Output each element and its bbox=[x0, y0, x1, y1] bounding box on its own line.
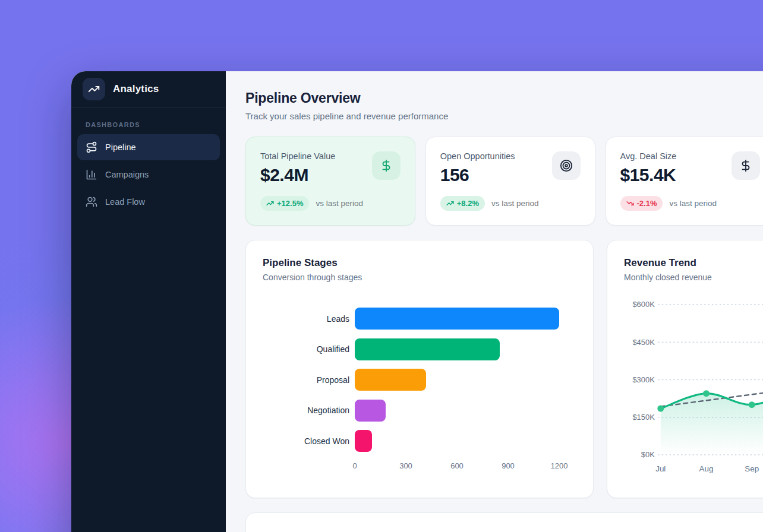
bar-category-label: Qualified bbox=[263, 344, 355, 354]
chart-subtitle: Conversion through stages bbox=[263, 273, 576, 282]
sidebar: Analytics DASHBOARDS Pipeline Campaigns bbox=[71, 71, 226, 532]
sidebar-section-label: DASHBOARDS bbox=[86, 121, 226, 128]
bar-row: Proposal bbox=[263, 365, 576, 395]
bar-track bbox=[355, 430, 576, 452]
sidebar-header: Analytics bbox=[71, 71, 226, 107]
revenue-trend-svg: $0K$150K$300K$450K$600KJulAugSep bbox=[624, 300, 763, 480]
bar-track bbox=[355, 308, 576, 330]
x-axis-tick: 900 bbox=[502, 461, 515, 470]
page-title: Pipeline Overview bbox=[245, 90, 763, 106]
bar-chart-icon bbox=[86, 169, 97, 180]
trending-up-icon bbox=[88, 83, 100, 95]
chart-subtitle: Monthly closed revenue bbox=[624, 273, 763, 282]
x-axis-tick: Aug bbox=[699, 464, 714, 473]
app-logo bbox=[83, 78, 105, 100]
kpi-value: $15.4K bbox=[620, 165, 677, 185]
y-axis-tick: $450K bbox=[632, 338, 655, 347]
bar-category-label: Proposal bbox=[263, 375, 355, 385]
line-chart: $0K$150K$300K$450K$600KJulAugSep bbox=[624, 300, 763, 482]
sidebar-item-campaigns[interactable]: Campaigns bbox=[77, 162, 220, 188]
x-axis-tick: Sep bbox=[745, 464, 759, 473]
kpi-card-total-pipeline-value: Total Pipeline Value $2.4M +12.5% vs las… bbox=[245, 137, 415, 226]
dollar-icon bbox=[732, 151, 760, 180]
trending-down-icon bbox=[626, 200, 634, 207]
y-axis-tick: $600K bbox=[632, 300, 655, 309]
kpi-note: vs last period bbox=[316, 199, 363, 208]
kpi-value: 156 bbox=[440, 165, 515, 185]
sidebar-nav: Pipeline Campaigns Lead Flow bbox=[71, 134, 226, 215]
kpi-note: vs last period bbox=[669, 199, 717, 208]
kpi-value: $2.4M bbox=[260, 165, 335, 185]
bar-segment[interactable] bbox=[355, 369, 426, 391]
bar-row: Qualified bbox=[263, 334, 576, 365]
kpi-label: Open Opportunities bbox=[440, 151, 515, 161]
x-axis-tick: 600 bbox=[450, 461, 464, 470]
app-title: Analytics bbox=[113, 83, 159, 95]
bar-segment[interactable] bbox=[355, 400, 386, 422]
sidebar-item-label: Campaigns bbox=[105, 170, 149, 179]
x-axis-tick: Jul bbox=[655, 464, 666, 473]
sidebar-item-lead-flow[interactable]: Lead Flow bbox=[77, 189, 220, 215]
chart-title: Revenue Trend bbox=[624, 257, 763, 269]
bar-segment[interactable] bbox=[355, 338, 500, 360]
kpi-row: Total Pipeline Value $2.4M +12.5% vs las… bbox=[245, 137, 763, 226]
partial-bottom-card bbox=[245, 512, 763, 532]
bar-chart: LeadsQualifiedProposalNegotiationClosed … bbox=[263, 303, 576, 457]
kpi-card-open-opportunities: Open Opportunities 156 +8.2% vs last per… bbox=[425, 137, 595, 226]
target-icon bbox=[552, 151, 581, 180]
bar-row: Closed Won bbox=[263, 426, 576, 457]
delta-badge: +12.5% bbox=[260, 196, 309, 211]
y-axis-tick: $300K bbox=[632, 375, 655, 384]
x-axis-tick: 300 bbox=[399, 461, 412, 470]
kpi-card-avg-deal-size: Avg. Deal Size $15.4K -2.1% vs last peri… bbox=[606, 137, 763, 226]
delta-value: +8.2% bbox=[457, 199, 479, 208]
bar-segment[interactable] bbox=[355, 308, 559, 330]
bar-segment[interactable] bbox=[355, 430, 372, 452]
pipeline-stages-chart-card: Pipeline Stages Conversion through stage… bbox=[245, 240, 594, 498]
sidebar-item-label: Pipeline bbox=[105, 142, 136, 152]
x-axis-tick: 0 bbox=[352, 461, 357, 470]
y-axis-tick: $150K bbox=[632, 413, 655, 422]
users-icon bbox=[86, 196, 97, 208]
delta-badge: -2.1% bbox=[620, 196, 663, 211]
bar-track bbox=[355, 338, 576, 360]
charts-row: Pipeline Stages Conversion through stage… bbox=[245, 240, 763, 498]
trending-up-icon bbox=[266, 200, 274, 207]
bar-category-label: Leads bbox=[263, 314, 355, 324]
bar-category-label: Negotiation bbox=[263, 405, 355, 416]
bar-track bbox=[355, 369, 576, 391]
sidebar-item-pipeline[interactable]: Pipeline bbox=[77, 134, 220, 160]
dollar-icon bbox=[372, 151, 401, 180]
data-point[interactable] bbox=[749, 401, 755, 408]
kpi-label: Avg. Deal Size bbox=[620, 151, 677, 161]
page-subtitle: Track your sales pipeline and revenue pe… bbox=[245, 111, 763, 121]
revenue-trend-chart-card: Revenue Trend Monthly closed revenue $0K… bbox=[607, 240, 763, 498]
delta-badge: +8.2% bbox=[440, 196, 485, 211]
bar-track bbox=[355, 400, 576, 422]
bar-row: Leads bbox=[263, 303, 576, 334]
data-point[interactable] bbox=[657, 406, 664, 412]
kpi-label: Total Pipeline Value bbox=[260, 151, 335, 161]
route-icon bbox=[86, 141, 97, 153]
bar-chart-x-axis: 03006009001200 bbox=[355, 461, 559, 473]
sidebar-item-label: Lead Flow bbox=[105, 197, 145, 207]
bar-category-label: Closed Won bbox=[263, 436, 355, 446]
x-axis-tick: 1200 bbox=[551, 461, 568, 470]
y-axis-tick: $0K bbox=[641, 450, 655, 459]
bar-row: Negotiation bbox=[263, 395, 576, 426]
chart-title: Pipeline Stages bbox=[263, 257, 576, 269]
delta-value: +12.5% bbox=[277, 199, 303, 208]
trending-up-icon bbox=[446, 200, 454, 207]
area-fill bbox=[661, 388, 763, 455]
app-window: Analytics DASHBOARDS Pipeline Campaigns bbox=[71, 71, 763, 532]
kpi-note: vs last period bbox=[491, 199, 539, 208]
delta-value: -2.1% bbox=[637, 199, 657, 208]
main-content: Pipeline Overview Track your sales pipel… bbox=[226, 71, 763, 532]
data-point[interactable] bbox=[703, 390, 710, 397]
